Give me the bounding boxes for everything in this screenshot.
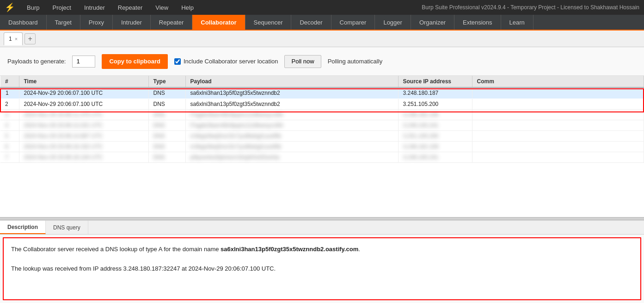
menu-help[interactable]: Help <box>178 2 196 13</box>
cell-type: DNS <box>148 110 185 120</box>
add-tab-button[interactable]: + <box>25 33 36 44</box>
description-line2: The lookup was received from IP address … <box>11 264 633 274</box>
title-bar: ⚡ Burp Project Intruder Repeater View He… <box>0 0 644 15</box>
description-domain: sa6xlni3han13p5f0zgt35x5twznndb2.oastify… <box>221 246 358 253</box>
tab-sequencer[interactable]: Sequencer <box>245 15 292 30</box>
sub-tab-bar: 1 × + <box>0 31 644 47</box>
cell-time: 2024-Nov-29 20:06:07.100 UTC <box>19 87 148 99</box>
tab-extensions[interactable]: Extensions <box>454 15 501 30</box>
include-location-label: Include Collaborator server location <box>184 58 278 65</box>
cell-type: DNS <box>148 99 185 110</box>
cell-time: 2024-Nov-29 20:06:07.100 UTC <box>19 99 148 110</box>
cell-ip: 3.249.100.241 <box>398 120 472 131</box>
cell-payload: m3kpjx9wq5nvr2lc7yzd8ahgt1uosf6b <box>185 131 398 142</box>
poll-now-button[interactable]: Poll now <box>284 55 321 68</box>
menu-burp[interactable]: Burp <box>24 2 42 13</box>
table-row[interactable]: 1 2024-Nov-29 20:06:07.100 UTC DNS sa6xl… <box>0 87 644 99</box>
cell-ip: 3.248.182.109 <box>398 142 472 152</box>
copy-to-clipboard-button[interactable]: Copy to clipboard <box>102 54 168 69</box>
tab-comparer[interactable]: Comparer <box>331 15 375 30</box>
tab-target[interactable]: Target <box>47 15 80 30</box>
col-time: Time <box>19 76 148 87</box>
cell-num: 3 <box>0 110 19 120</box>
cell-payload: sa6xlni3han13p5f0zgt35x5twznndb2 <box>185 87 398 99</box>
col-type: Type <box>148 76 185 87</box>
cell-type: DNS <box>148 152 185 163</box>
col-num: # <box>0 76 19 87</box>
tab-proxy[interactable]: Proxy <box>80 15 113 30</box>
cell-time: 2024-Nov-29 20:06:18.104 UTC <box>19 152 148 163</box>
sub-tab-1-label: 1 <box>9 36 12 42</box>
cell-num: 7 <box>0 152 19 163</box>
tab-learn[interactable]: Learn <box>501 15 534 30</box>
cell-time: 2024-Nov-29 20:06:14.887 UTC <box>19 131 148 142</box>
cell-comm <box>472 87 644 99</box>
description-text-suffix: . <box>358 246 360 253</box>
col-comm: Comm <box>472 76 644 87</box>
include-location-checkbox[interactable] <box>174 58 181 65</box>
bottom-tab-bar: Description DNS query <box>0 221 644 235</box>
cell-time: 2024-Nov-29 20:06:13.201 UTC <box>19 120 148 131</box>
cell-payload: f7agde3bam48v9pqrtx12z8kwnycvl94 <box>185 120 398 131</box>
include-location-area: Include Collaborator server location <box>174 58 278 65</box>
cell-comm <box>472 99 644 110</box>
cell-payload: sa6xlni3han13p5f0zgt35x5twznndb2 <box>185 99 398 110</box>
cell-time: 2024-Nov-29 20:06:11.475 UTC <box>19 110 148 120</box>
menu-view[interactable]: View <box>153 2 171 13</box>
menu-project[interactable]: Project <box>49 2 74 13</box>
cell-type: DNS <box>148 142 185 152</box>
tab-decoder[interactable]: Decoder <box>291 15 331 30</box>
nav-tab-bar: Dashboard Target Proxy Intruder Repeater… <box>0 15 644 31</box>
cell-payload: f7agde3bam48v9pqrtx12z8kwnycvl94 <box>185 110 398 120</box>
table-row[interactable]: 7 2024-Nov-29 20:06:18.104 UTC DNS p9qvw… <box>0 152 644 163</box>
cell-ip: 3.248.180.187 <box>398 87 472 99</box>
cell-num: 1 <box>0 87 19 99</box>
payloads-label: Payloads to generate: <box>7 58 66 65</box>
table-row[interactable]: 4 2024-Nov-29 20:06:13.201 UTC DNS f7agd… <box>0 120 644 131</box>
menu-repeater[interactable]: Repeater <box>115 2 145 13</box>
cell-num: 2 <box>0 99 19 110</box>
polling-status: Polling automatically <box>328 58 383 65</box>
cell-comm <box>472 142 644 152</box>
table-row[interactable]: 3 2024-Nov-29 20:06:11.475 UTC DNS f7agd… <box>0 110 644 120</box>
table-row[interactable]: 6 2024-Nov-29 20:06:16.332 UTC DNS m3kpj… <box>0 142 644 152</box>
payloads-input[interactable] <box>72 56 95 68</box>
cell-num: 6 <box>0 142 19 152</box>
cell-comm <box>472 131 644 142</box>
col-payload: Payload <box>185 76 398 87</box>
cell-num: 4 <box>0 120 19 131</box>
bottom-tab-description[interactable]: Description <box>0 221 46 234</box>
bottom-panel-content: The Collaborator server received a DNS l… <box>3 237 641 300</box>
description-text-prefix: The Collaborator server received a DNS l… <box>11 246 221 253</box>
table-area: # Time Type Payload Source IP address Co… <box>0 76 644 218</box>
tab-repeater[interactable]: Repeater <box>151 15 192 30</box>
menu-intruder[interactable]: Intruder <box>81 2 108 13</box>
cell-num: 5 <box>0 131 19 142</box>
table-row[interactable]: 5 2024-Nov-29 20:06:14.887 UTC DNS m3kpj… <box>0 131 644 142</box>
cell-ip: 3.248.182.109 <box>398 110 472 120</box>
bottom-tab-dns-query[interactable]: DNS query <box>46 221 88 234</box>
cell-payload: p9qvw4xtz8yknlum16sjdr0cbf2eohia <box>185 152 398 163</box>
cell-type: DNS <box>148 120 185 131</box>
table-header-row: # Time Type Payload Source IP address Co… <box>0 76 644 87</box>
toolbar: Payloads to generate: Copy to clipboard … <box>0 47 644 76</box>
bottom-panel: Description DNS query The Collaborator s… <box>0 220 644 303</box>
cell-comm <box>472 120 644 131</box>
app-title: Burp Suite Professional v2024.9.4 - Temp… <box>422 4 639 11</box>
tab-intruder[interactable]: Intruder <box>113 15 151 30</box>
cell-comm <box>472 110 644 120</box>
tab-organizer[interactable]: Organizer <box>411 15 454 30</box>
sub-tab-1[interactable]: 1 × <box>4 32 23 45</box>
tab-collaborator[interactable]: Collaborator <box>192 15 245 30</box>
main-area: # Time Type Payload Source IP address Co… <box>0 76 644 303</box>
cell-comm <box>472 152 644 163</box>
cell-type: DNS <box>148 87 185 99</box>
col-source-ip: Source IP address <box>398 76 472 87</box>
cell-payload: m3kpjx9wq5nvr2lc7yzd8ahgt1uosf6b <box>185 142 398 152</box>
table-row[interactable]: 2 2024-Nov-29 20:06:07.100 UTC DNS sa6xl… <box>0 99 644 110</box>
cell-ip: 3.251.105.200 <box>398 99 472 110</box>
tab-dashboard[interactable]: Dashboard <box>0 15 47 30</box>
burp-logo: ⚡ <box>5 2 15 12</box>
close-icon[interactable]: × <box>15 36 18 42</box>
tab-logger[interactable]: Logger <box>375 15 411 30</box>
